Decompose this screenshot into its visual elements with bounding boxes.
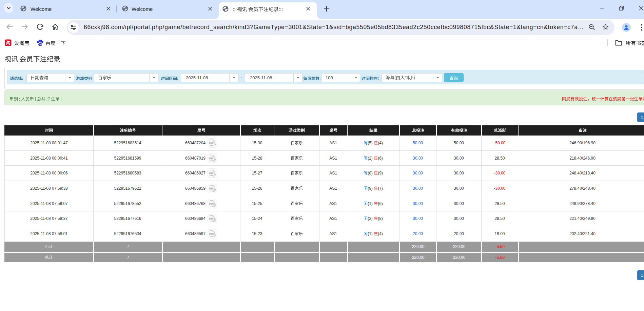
svg-text:du: du xyxy=(39,43,42,45)
